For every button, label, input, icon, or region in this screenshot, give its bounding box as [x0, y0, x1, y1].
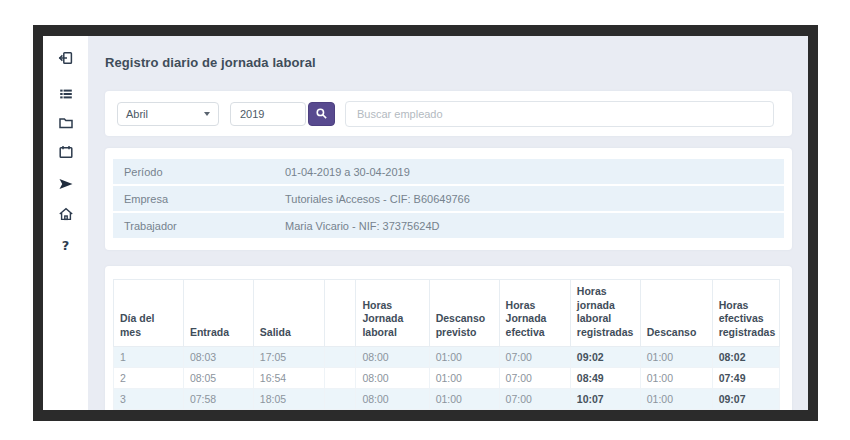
- send-icon[interactable]: [57, 175, 74, 192]
- page-title: Registro diario de jornada laboral: [105, 55, 792, 70]
- table-cell: 16:54: [253, 367, 324, 388]
- table-row: 307:5818:0508:0001:0007:0010:0701:0009:0…: [114, 388, 780, 409]
- help-glyph: ?: [62, 238, 70, 253]
- table-row: 407:5317:0208:0001:0007:0009:0901:0008:0…: [114, 409, 780, 410]
- table-cell: 09:07: [712, 388, 779, 409]
- table-cell: 08:03: [183, 346, 253, 367]
- table-cell: 08:05: [183, 367, 253, 388]
- table-cell: 01:00: [640, 409, 712, 410]
- info-row-periodo: Período 01-04-2019 a 30-04-2019: [113, 159, 784, 184]
- table-cell: [325, 388, 356, 409]
- hours-table-card: Día del mesEntradaSalidaHoras Jornada la…: [105, 266, 792, 410]
- hours-table-header: Día del mesEntradaSalidaHoras Jornada la…: [114, 280, 780, 347]
- table-cell: 07:00: [499, 409, 570, 410]
- table-cell: 01:00: [640, 346, 712, 367]
- column-header: Horas jornada laboral registradas: [570, 280, 640, 347]
- table-cell: 08:00: [356, 409, 429, 410]
- info-row-empresa: Empresa Tutoriales iAccesos - CIF: B6064…: [113, 186, 784, 211]
- main-content: Registro diario de jornada laboral Abril: [88, 36, 808, 410]
- info-label: Empresa: [113, 193, 285, 205]
- table-cell: 01:00: [429, 346, 499, 367]
- hours-table: Día del mesEntradaSalidaHoras Jornada la…: [113, 279, 780, 410]
- table-cell: [325, 346, 356, 367]
- search-button[interactable]: [308, 102, 335, 126]
- table-cell: 08:49: [570, 367, 640, 388]
- hours-table-body: 108:0317:0508:0001:0007:0009:0201:0008:0…: [114, 346, 780, 410]
- magnifier-icon: [315, 107, 328, 120]
- table-cell: [325, 367, 356, 388]
- table-cell: 08:00: [356, 346, 429, 367]
- table-cell: 01:00: [429, 367, 499, 388]
- table-cell: 18:05: [253, 388, 324, 409]
- info-row-trabajador: Trabajador Maria Vicario - NIF: 37375624…: [113, 213, 784, 238]
- info-value: Tutoriales iAccesos - CIF: B60649766: [285, 193, 784, 205]
- home-icon[interactable]: [57, 205, 74, 222]
- logout-icon[interactable]: [57, 49, 74, 66]
- help-icon[interactable]: ?: [57, 237, 74, 254]
- table-cell: 01:00: [429, 409, 499, 410]
- table-cell: 4: [114, 409, 184, 410]
- table-cell: 17:02: [253, 409, 324, 410]
- column-header: Entrada: [183, 280, 253, 347]
- table-cell: 01:00: [640, 388, 712, 409]
- table-cell: 3: [114, 388, 184, 409]
- table-cell: 07:00: [499, 367, 570, 388]
- chevron-down-icon: [204, 112, 210, 116]
- info-value: 01-04-2019 a 30-04-2019: [285, 166, 784, 178]
- year-input[interactable]: [230, 102, 306, 126]
- table-row: 208:0516:5408:0001:0007:0008:4901:0007:4…: [114, 367, 780, 388]
- column-header: Descanso: [640, 280, 712, 347]
- table-cell: 07:00: [499, 346, 570, 367]
- employee-search-input[interactable]: [345, 101, 774, 127]
- sidebar: ?: [43, 36, 88, 410]
- table-cell: 07:49: [712, 367, 779, 388]
- info-label: Trabajador: [113, 220, 285, 232]
- column-header: Horas Jornada laboral: [356, 280, 429, 347]
- table-cell: 01:00: [640, 367, 712, 388]
- column-header: Horas efectivas registradas: [712, 280, 779, 347]
- table-cell: 09:09: [570, 409, 640, 410]
- column-header: Día del mes: [114, 280, 184, 347]
- info-label: Período: [113, 166, 285, 178]
- app-window: ? Registro diario de jornada laboral Abr…: [43, 36, 808, 410]
- column-header: [325, 280, 356, 347]
- table-row: 108:0317:0508:0001:0007:0009:0201:0008:0…: [114, 346, 780, 367]
- month-select-value: Abril: [126, 108, 148, 120]
- calendar-icon[interactable]: [57, 143, 74, 160]
- table-cell: 17:05: [253, 346, 324, 367]
- month-select[interactable]: Abril: [117, 102, 219, 126]
- table-cell: 09:02: [570, 346, 640, 367]
- info-value: Maria Vicario - NIF: 37375624D: [285, 220, 784, 232]
- app-window-frame: ? Registro diario de jornada laboral Abr…: [33, 25, 818, 421]
- table-cell: 07:58: [183, 388, 253, 409]
- table-cell: 08:00: [356, 367, 429, 388]
- table-cell: 2: [114, 367, 184, 388]
- table-cell: [325, 409, 356, 410]
- folder-icon[interactable]: [57, 114, 74, 131]
- table-cell: 07:00: [499, 388, 570, 409]
- table-cell: 07:53: [183, 409, 253, 410]
- table-cell: 08:00: [356, 388, 429, 409]
- table-cell: 10:07: [570, 388, 640, 409]
- table-cell: 08:09: [712, 409, 779, 410]
- list-icon[interactable]: [57, 85, 74, 102]
- table-cell: 01:00: [429, 388, 499, 409]
- info-panel: Período 01-04-2019 a 30-04-2019 Empresa …: [105, 148, 792, 250]
- table-cell: 1: [114, 346, 184, 367]
- table-cell: 08:02: [712, 346, 779, 367]
- column-header: Horas Jornada efectiva: [499, 280, 570, 347]
- column-header: Descanso previsto: [429, 280, 499, 347]
- column-header: Salida: [253, 280, 324, 347]
- filter-bar: Abril: [105, 91, 792, 136]
